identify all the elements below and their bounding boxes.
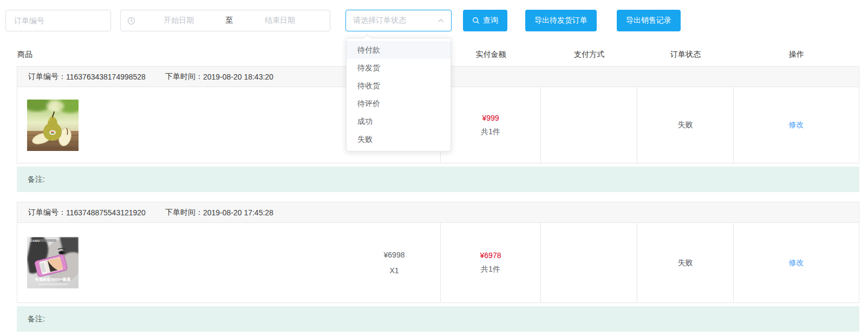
order-number-value: 1163763438174998528 [66, 73, 146, 81]
filter-bar: 开始日期 至 结束日期 请选择订单状态 待付款 待发货 待收货 待评价 成功 失… [5, 10, 859, 31]
order-number-value: 1163748875543121920 [66, 208, 146, 217]
date-range-picker[interactable]: 开始日期 至 结束日期 [120, 10, 330, 31]
order-card: 订单编号： 1163748875543121920 下单时间： 2019-08-… [17, 202, 859, 303]
option-pending-payment[interactable]: 待付款 [347, 41, 451, 59]
order-time-label: 下单时间： [165, 72, 203, 82]
quantity: X1 [348, 265, 440, 276]
column-header-payment: 支付方式 [541, 50, 637, 60]
amount-cell: ¥999 共1件 [440, 87, 540, 163]
dropdown-arrow [363, 34, 371, 42]
payment-cell [540, 87, 637, 163]
remark-bar: 备注: [17, 167, 859, 192]
column-header-amount: 实付金额 [441, 50, 541, 60]
action-cell: 修改 [733, 223, 859, 302]
modify-link[interactable]: 修改 [789, 120, 804, 130]
search-button[interactable]: 查询 [463, 10, 507, 31]
remark-bar: 备注: [17, 306, 859, 332]
order-status: 失败 [678, 120, 693, 130]
status-cell: 失败 [637, 87, 733, 163]
search-button-label: 查询 [483, 16, 498, 25]
order-time-value: 2019-08-20 18:43:20 [203, 73, 273, 81]
order-number-label: 订单编号： [28, 72, 66, 82]
payment-cell [540, 223, 637, 302]
order-status-select-wrap: 请选择订单状态 待付款 待发货 待收货 待评价 成功 失败 [345, 10, 452, 31]
order-time-label: 下单时间： [165, 208, 203, 218]
order-status-dropdown: 待付款 待发货 待收货 待评价 成功 失败 [346, 38, 451, 151]
action-cell: 修改 [733, 87, 859, 163]
product-image-camera: CASIO 专属美妆 9000+微调 [27, 237, 79, 288]
chevron-up-icon [438, 17, 444, 24]
unit-price: ¥6998 [348, 249, 440, 260]
status-cell: 失败 [637, 223, 733, 302]
modify-link[interactable]: 修改 [789, 258, 804, 268]
product-image-pear [27, 100, 79, 151]
option-pending-review[interactable]: 待评价 [347, 95, 451, 113]
order-status-select[interactable]: 请选择订单状态 [345, 10, 452, 31]
order-row: CASIO 专属美妆 9000+微调 ¥6998 X1 ¥6978 共1件 失败 [17, 223, 859, 302]
end-date-placeholder: 结束日期 [237, 16, 324, 25]
paid-amount: ¥6978 [480, 251, 501, 260]
search-icon [472, 17, 480, 24]
option-success[interactable]: 成功 [347, 113, 451, 130]
order-number-input[interactable] [5, 10, 111, 31]
option-pending-receipt[interactable]: 待收货 [347, 77, 451, 95]
start-date-placeholder: 开始日期 [135, 16, 223, 25]
date-range-separator: 至 [223, 16, 237, 25]
order-time-value: 2019-08-20 17:45:28 [203, 208, 273, 217]
column-header-action: 操作 [734, 50, 859, 60]
export-pending-orders-button[interactable]: 导出待发货订单 [525, 10, 597, 31]
order-status-placeholder: 请选择订单状态 [353, 16, 406, 25]
unit-price-block: ¥6998 X1 [348, 249, 440, 276]
order-status: 失败 [678, 258, 693, 268]
order-number-label: 订单编号： [28, 208, 66, 218]
product-cell: CASIO 专属美妆 9000+微调 ¥6998 X1 [17, 223, 440, 302]
item-count: 共1件 [481, 127, 500, 137]
clock-icon [127, 17, 135, 25]
column-header-status: 订单状态 [637, 50, 734, 60]
product-caption-text: 专属美妆 9000+微调 [34, 277, 70, 282]
option-failed[interactable]: 失败 [347, 130, 451, 148]
item-count: 共1件 [481, 265, 500, 274]
product-brand-text: CASIO [30, 239, 40, 242]
option-pending-shipment[interactable]: 待发货 [347, 59, 451, 77]
paid-amount: ¥999 [482, 114, 499, 122]
export-sales-records-button[interactable]: 导出销售记录 [617, 10, 681, 31]
order-header: 订单编号： 1163748875543121920 下单时间： 2019-08-… [17, 202, 859, 223]
remark-label: 备注: [28, 175, 45, 185]
amount-cell: ¥6978 共1件 [440, 223, 540, 302]
remark-label: 备注: [28, 314, 45, 324]
